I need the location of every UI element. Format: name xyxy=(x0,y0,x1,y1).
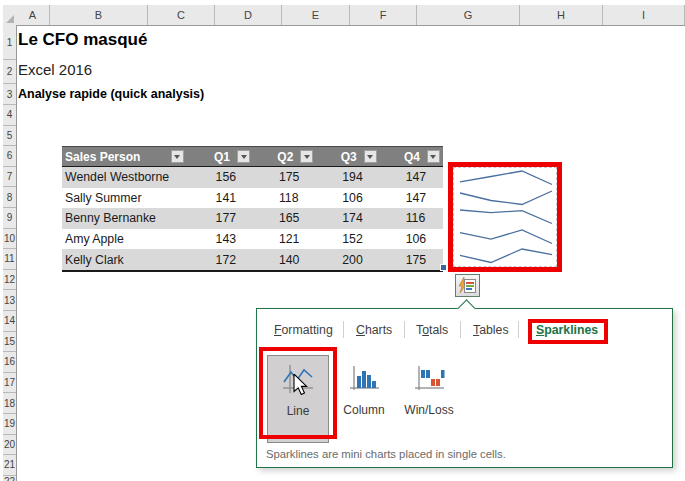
column-header-C[interactable]: C xyxy=(148,5,215,25)
value-cell[interactable]: 118 xyxy=(253,188,316,209)
row-header-3[interactable]: 3 xyxy=(3,84,16,105)
value-cell[interactable]: 147 xyxy=(380,167,443,188)
row-header-8[interactable]: 8 xyxy=(3,187,16,208)
column-header-G[interactable]: G xyxy=(417,5,520,25)
row-header-17[interactable]: 17 xyxy=(3,373,16,394)
column-header-E[interactable]: E xyxy=(282,5,350,25)
row-header-18[interactable]: 18 xyxy=(3,393,16,414)
type-button-label: Column xyxy=(343,403,384,417)
row-header-22[interactable]: 22 xyxy=(3,476,16,481)
row-header-16[interactable]: 16 xyxy=(3,352,16,373)
tab-tables[interactable]: Tables xyxy=(473,323,509,337)
sparkline-type-button-win-loss[interactable]: Win/Loss xyxy=(397,355,461,443)
value-cell[interactable]: 106 xyxy=(380,229,443,250)
filter-dropdown-icon[interactable] xyxy=(427,150,440,163)
value-cell[interactable]: 174 xyxy=(316,208,379,229)
row-header-11[interactable]: 11 xyxy=(3,249,16,270)
name-cell[interactable]: Wendel Westborne xyxy=(62,167,190,188)
table-header-label: Q2 xyxy=(277,150,293,164)
filter-dropdown-icon[interactable] xyxy=(237,150,250,163)
name-cell[interactable]: Benny Bernanke xyxy=(62,208,190,229)
row-header-1[interactable]: 1 xyxy=(3,25,16,60)
value-cell[interactable]: 194 xyxy=(316,167,379,188)
row-header-9[interactable]: 9 xyxy=(3,208,16,229)
row-header-4[interactable]: 4 xyxy=(3,105,16,126)
tab-label-accel: F xyxy=(274,323,282,337)
row-header-6[interactable]: 6 xyxy=(3,146,16,167)
table-header-label: Sales Person xyxy=(65,150,140,164)
row-header-13[interactable]: 13 xyxy=(3,290,16,311)
value-cell[interactable]: 152 xyxy=(316,229,379,250)
tab-label-post: ormatting xyxy=(282,323,333,337)
selection-fill-handle[interactable] xyxy=(440,264,447,271)
tab-divider xyxy=(404,321,405,338)
title-cfo: Le CFO masqué xyxy=(18,30,147,50)
value-cell[interactable]: 147 xyxy=(380,188,443,209)
type-button-label: Win/Loss xyxy=(404,403,453,417)
value-cell[interactable]: 165 xyxy=(253,208,316,229)
filter-dropdown-icon[interactable] xyxy=(364,150,377,163)
value-cell[interactable]: 141 xyxy=(190,188,253,209)
tab-divider xyxy=(343,321,344,338)
row-header-12[interactable]: 12 xyxy=(3,270,16,291)
filter-dropdown-icon[interactable] xyxy=(300,150,313,163)
row-header-19[interactable]: 19 xyxy=(3,414,16,435)
name-cell[interactable]: Amy Apple xyxy=(62,229,190,250)
value-cell[interactable]: 200 xyxy=(316,249,379,270)
value-cell[interactable]: 143 xyxy=(190,229,253,250)
value-cell[interactable]: 172 xyxy=(190,249,253,270)
tab-divider xyxy=(518,321,519,338)
value-cell[interactable]: 177 xyxy=(190,208,253,229)
title-excel-version: Excel 2016 xyxy=(18,61,92,78)
winloss-sparkline-icon xyxy=(412,362,446,400)
tab-totals[interactable]: Totals xyxy=(416,323,448,337)
column-header-A[interactable]: A xyxy=(16,5,50,25)
table-header-label: Q3 xyxy=(341,150,357,164)
value-cell[interactable]: 175 xyxy=(253,167,316,188)
tab-divider xyxy=(460,321,461,338)
filter-dropdown-icon[interactable] xyxy=(171,150,184,163)
table-header-sales-person: Sales Person xyxy=(62,147,190,166)
column-headers: ABCDEFGHI xyxy=(16,5,685,26)
tab-label-accel: C xyxy=(356,323,365,337)
quick-analysis-popup: FormattingChartsTotalsTablesSparklines L… xyxy=(256,308,673,468)
value-cell[interactable]: 116 xyxy=(380,208,443,229)
row-header-7[interactable]: 7 xyxy=(3,167,16,188)
row-header-10[interactable]: 10 xyxy=(3,229,16,250)
value-cell[interactable]: 175 xyxy=(380,249,443,270)
sales-table: Sales PersonQ1Q2Q3Q4Wendel Westborne1561… xyxy=(62,146,443,272)
table-row: Kelly Clark172140200175 xyxy=(62,249,443,270)
table-header-q2: Q2 xyxy=(253,147,316,166)
table-header-q3: Q3 xyxy=(316,147,379,166)
sparkline-annotation-red-box xyxy=(448,162,562,272)
quick-analysis-button[interactable] xyxy=(455,274,480,297)
column-sparkline-icon xyxy=(347,362,381,400)
value-cell[interactable]: 106 xyxy=(316,188,379,209)
tab-label-post: harts xyxy=(365,323,392,337)
name-cell[interactable]: Kelly Clark xyxy=(62,249,190,270)
select-all-corner[interactable] xyxy=(3,5,17,26)
value-cell[interactable]: 140 xyxy=(253,249,316,270)
quick-analysis-sheet-icon xyxy=(464,279,476,293)
column-header-F[interactable]: F xyxy=(350,5,417,25)
tab-formatting[interactable]: Formatting xyxy=(274,323,333,337)
name-cell[interactable]: Sally Summer xyxy=(62,188,190,209)
sparkline-type-button-column[interactable]: Column xyxy=(333,355,395,443)
tab-charts[interactable]: Charts xyxy=(356,323,392,337)
row-header-21[interactable]: 21 xyxy=(3,455,16,476)
column-header-D[interactable]: D xyxy=(215,5,282,25)
row-header-20[interactable]: 20 xyxy=(3,435,16,456)
column-header-I[interactable]: I xyxy=(603,5,685,25)
column-header-B[interactable]: B xyxy=(50,5,148,25)
table-header-row: Sales PersonQ1Q2Q3Q4 xyxy=(62,146,443,167)
mouse-cursor-icon xyxy=(293,374,308,396)
tab-label-post: tals xyxy=(429,323,448,337)
row-header-15[interactable]: 15 xyxy=(3,332,16,353)
row-header-2[interactable]: 2 xyxy=(3,60,16,84)
row-header-14[interactable]: 14 xyxy=(3,311,16,332)
value-cell[interactable]: 156 xyxy=(190,167,253,188)
table-header-label: Q4 xyxy=(404,150,420,164)
column-header-H[interactable]: H xyxy=(520,5,603,25)
row-header-5[interactable]: 5 xyxy=(3,126,16,147)
value-cell[interactable]: 121 xyxy=(253,229,316,250)
